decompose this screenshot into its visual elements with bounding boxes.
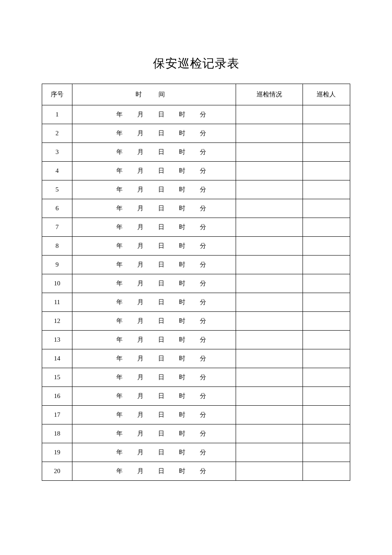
time-year-unit: 年 xyxy=(116,392,123,400)
cell-seq: 14 xyxy=(42,349,72,368)
time-day-unit: 日 xyxy=(158,392,164,400)
time-month-unit: 月 xyxy=(137,279,144,288)
table-row: 13年月日时分 xyxy=(42,331,350,349)
time-hour-unit: 时 xyxy=(179,392,185,400)
time-day-unit: 日 xyxy=(158,448,164,456)
cell-person xyxy=(303,406,350,424)
cell-situation xyxy=(236,424,303,443)
time-minute-unit: 分 xyxy=(200,317,206,325)
table-row: 18年月日时分 xyxy=(42,424,350,443)
cell-situation xyxy=(236,105,303,124)
cell-situation xyxy=(236,162,303,180)
table-row: 9年月日时分 xyxy=(42,256,350,274)
cell-situation xyxy=(236,387,303,406)
time-month-unit: 月 xyxy=(137,186,144,194)
time-hour-unit: 时 xyxy=(179,148,185,156)
time-year-unit: 年 xyxy=(116,204,123,212)
cell-time: 年月日时分 xyxy=(72,443,236,462)
cell-person xyxy=(303,368,350,387)
time-minute-unit: 分 xyxy=(200,242,206,250)
cell-situation xyxy=(236,443,303,462)
cell-seq: 16 xyxy=(42,387,72,406)
time-day-unit: 日 xyxy=(158,167,164,175)
time-month-unit: 月 xyxy=(137,411,144,419)
table-row: 2年月日时分 xyxy=(42,124,350,143)
cell-situation xyxy=(236,331,303,349)
time-year-unit: 年 xyxy=(116,373,123,381)
time-month-unit: 月 xyxy=(137,392,144,400)
cell-situation xyxy=(236,256,303,274)
time-day-unit: 日 xyxy=(158,223,164,231)
time-year-unit: 年 xyxy=(116,467,123,475)
time-minute-unit: 分 xyxy=(200,204,206,212)
time-year-unit: 年 xyxy=(116,129,123,137)
time-day-unit: 日 xyxy=(158,242,164,250)
time-month-unit: 月 xyxy=(137,298,144,306)
header-time-label: 时 间 xyxy=(135,91,173,98)
table-row: 10年月日时分 xyxy=(42,274,350,293)
time-year-unit: 年 xyxy=(116,223,123,231)
time-day-unit: 日 xyxy=(158,317,164,325)
cell-seq: 19 xyxy=(42,443,72,462)
table-row: 12年月日时分 xyxy=(42,312,350,331)
time-year-unit: 年 xyxy=(116,411,123,419)
time-day-unit: 日 xyxy=(158,336,164,344)
time-hour-unit: 时 xyxy=(179,336,185,344)
time-hour-unit: 时 xyxy=(179,317,185,325)
time-month-unit: 月 xyxy=(137,261,144,269)
table-row: 4年月日时分 xyxy=(42,162,350,180)
inspection-table: 序号 时 间 巡检情况 巡检人 1年月日时分2年月日时分3年月日时分4年月日时分… xyxy=(42,84,350,481)
time-minute-unit: 分 xyxy=(200,110,206,119)
cell-time: 年月日时分 xyxy=(72,387,236,406)
cell-person xyxy=(303,199,350,218)
header-seq: 序号 xyxy=(42,84,72,105)
time-year-unit: 年 xyxy=(116,242,123,250)
header-situation: 巡检情况 xyxy=(236,84,303,105)
page: 保安巡检记录表 序号 时 间 巡检情况 巡检人 1年月日时分2年月日时分3年月日… xyxy=(0,0,392,481)
table-row: 6年月日时分 xyxy=(42,199,350,218)
cell-time: 年月日时分 xyxy=(72,124,236,143)
cell-seq: 13 xyxy=(42,331,72,349)
cell-situation xyxy=(236,293,303,312)
time-day-unit: 日 xyxy=(158,186,164,194)
table-row: 11年月日时分 xyxy=(42,293,350,312)
time-month-unit: 月 xyxy=(137,204,144,212)
time-hour-unit: 时 xyxy=(179,373,185,381)
cell-situation xyxy=(236,462,303,481)
time-hour-unit: 时 xyxy=(179,129,185,137)
cell-time: 年月日时分 xyxy=(72,349,236,368)
time-hour-unit: 时 xyxy=(179,355,185,363)
cell-person xyxy=(303,105,350,124)
cell-seq: 15 xyxy=(42,368,72,387)
cell-seq: 12 xyxy=(42,312,72,331)
time-hour-unit: 时 xyxy=(179,467,185,475)
table-header-row: 序号 时 间 巡检情况 巡检人 xyxy=(42,84,350,105)
time-minute-unit: 分 xyxy=(200,129,206,137)
table-row: 8年月日时分 xyxy=(42,237,350,256)
time-month-unit: 月 xyxy=(137,110,144,119)
cell-seq: 3 xyxy=(42,143,72,162)
cell-person xyxy=(303,312,350,331)
table-row: 17年月日时分 xyxy=(42,406,350,424)
cell-person xyxy=(303,256,350,274)
cell-situation xyxy=(236,199,303,218)
cell-time: 年月日时分 xyxy=(72,180,236,199)
time-minute-unit: 分 xyxy=(200,467,206,475)
time-hour-unit: 时 xyxy=(179,223,185,231)
time-day-unit: 日 xyxy=(158,298,164,306)
time-month-unit: 月 xyxy=(137,430,144,438)
time-year-unit: 年 xyxy=(116,355,123,363)
time-year-unit: 年 xyxy=(116,186,123,194)
time-hour-unit: 时 xyxy=(179,204,185,212)
cell-time: 年月日时分 xyxy=(72,274,236,293)
time-year-unit: 年 xyxy=(116,298,123,306)
cell-time: 年月日时分 xyxy=(72,424,236,443)
time-month-unit: 月 xyxy=(137,223,144,231)
cell-person xyxy=(303,424,350,443)
cell-time: 年月日时分 xyxy=(72,406,236,424)
cell-situation xyxy=(236,274,303,293)
cell-time: 年月日时分 xyxy=(72,199,236,218)
cell-person xyxy=(303,293,350,312)
time-month-unit: 月 xyxy=(137,148,144,156)
cell-situation xyxy=(236,143,303,162)
